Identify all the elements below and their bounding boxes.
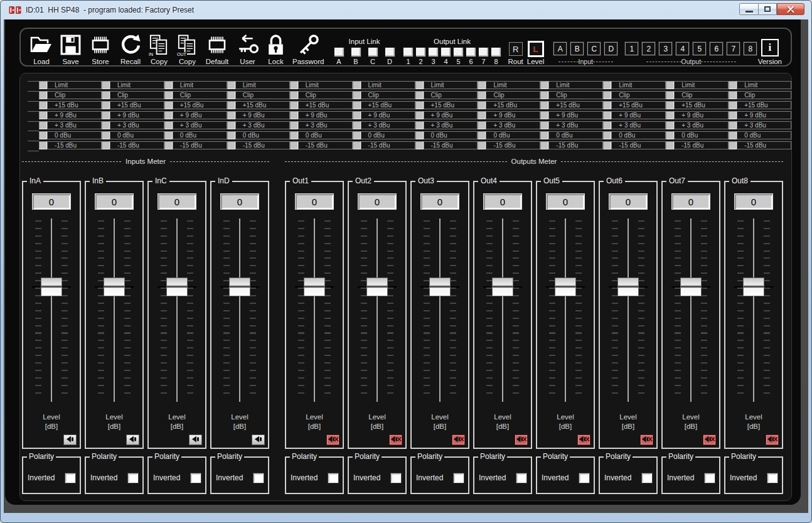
rout-button[interactable]: R [509,42,523,56]
input-select-button-b[interactable]: B [570,42,584,55]
recall-button[interactable]: Recall [119,30,142,65]
polarity-checkbox-out5[interactable] [579,473,589,483]
output-select-button-6[interactable]: 6 [710,42,723,55]
slider-handle[interactable] [555,278,576,296]
input-select-button-d[interactable]: D [604,42,617,55]
output-link-checkbox-8[interactable] [491,47,501,57]
level-slider-out5[interactable] [546,218,585,402]
level-slider-out3[interactable] [420,218,459,402]
output-select-button-3[interactable]: 3 [659,42,672,55]
level-slider-inb[interactable] [95,218,134,402]
mute-button-out4[interactable] [515,434,528,445]
output-link-checkbox-4[interactable] [441,47,451,57]
input-select-button-c[interactable]: C [587,42,601,55]
polarity-checkbox-out3[interactable] [454,473,464,483]
load-button[interactable]: Load [29,30,53,65]
level-button[interactable]: L [528,41,544,57]
level-slider-out1[interactable] [295,218,334,402]
level-slider-out4[interactable] [483,218,522,402]
default-button[interactable]: Default [205,30,230,65]
level-value-display-inc[interactable]: 0 [158,193,196,210]
output-link-checkbox-6[interactable] [466,47,476,57]
copy-in-button[interactable]: INCopy [148,30,170,65]
input-link-checkbox-a[interactable] [334,47,345,57]
level-value-display-ina[interactable]: 0 [32,193,71,210]
lock-button[interactable]: Lock [265,30,286,65]
level-slider-out6[interactable] [609,218,648,402]
mute-button-ina[interactable] [63,434,77,445]
level-slider-ind[interactable] [220,218,259,402]
mute-button-inb[interactable] [126,434,139,445]
slider-handle[interactable] [41,278,62,296]
polarity-checkbox-out4[interactable] [516,473,526,483]
output-link-checkbox-5[interactable] [453,47,464,57]
level-slider-out7[interactable] [671,218,710,402]
output-link-checkbox-2[interactable] [415,47,426,57]
close-button[interactable] [777,3,804,15]
output-link-checkbox-1[interactable] [403,47,414,57]
mute-button-inc[interactable] [189,434,202,445]
output-select-button-1[interactable]: 1 [625,42,638,55]
polarity-checkbox-inc[interactable] [191,473,201,483]
slider-handle[interactable] [166,278,188,296]
slider-handle[interactable] [743,278,764,296]
level-value-display-out3[interactable]: 0 [420,193,459,210]
slider-handle[interactable] [680,278,702,296]
polarity-checkbox-out6[interactable] [642,473,652,483]
slider-handle[interactable] [617,278,639,296]
input-select-button-a[interactable]: A [553,42,567,55]
polarity-checkbox-ina[interactable] [65,473,75,483]
level-slider-ina[interactable] [32,218,71,402]
output-select-button-2[interactable]: 2 [642,42,655,55]
minimize-button[interactable] [739,3,759,15]
level-value-display-out2[interactable]: 0 [358,193,397,210]
level-value-display-out6[interactable]: 0 [609,193,648,210]
copy-out-button[interactable]: OUTCopy [176,30,198,65]
level-value-display-out1[interactable]: 0 [295,193,334,210]
output-select-button-7[interactable]: 7 [727,42,740,55]
password-button[interactable]: Password [292,30,324,65]
level-value-display-out7[interactable]: 0 [671,193,710,210]
output-link-checkbox-7[interactable] [478,47,489,57]
output-select-button-4[interactable]: 4 [676,42,689,55]
slider-handle[interactable] [304,278,325,296]
slider-handle[interactable] [429,278,451,296]
store-button[interactable]: Store [88,30,113,65]
mute-button-out8[interactable] [766,434,779,445]
mute-button-out1[interactable] [326,434,339,445]
polarity-checkbox-out8[interactable] [767,473,777,483]
mute-button-out2[interactable] [389,434,402,445]
level-value-display-ind[interactable]: 0 [220,193,259,210]
mute-button-out5[interactable] [577,434,590,445]
input-link-checkbox-c[interactable] [368,47,378,57]
level-value-display-out5[interactable]: 0 [546,193,585,210]
info-icon[interactable]: i [761,39,779,57]
user-button[interactable]: User [236,30,259,65]
input-link-checkbox-d[interactable] [385,47,395,57]
level-value-display-inb[interactable]: 0 [95,193,134,210]
slider-handle[interactable] [104,278,125,296]
slider-handle[interactable] [366,278,388,296]
polarity-checkbox-out1[interactable] [328,473,338,483]
mute-button-ind[interactable] [252,434,265,445]
output-select-button-8[interactable]: 8 [744,42,757,55]
level-slider-out2[interactable] [358,218,397,402]
output-link-checkbox-3[interactable] [428,47,439,57]
input-link-checkbox-b[interactable] [351,47,361,57]
slider-handle[interactable] [492,278,513,296]
level-value-display-out8[interactable]: 0 [734,193,773,210]
level-value-display-out4[interactable]: 0 [483,193,522,210]
mute-button-out3[interactable] [452,434,465,445]
maximize-button[interactable] [759,3,777,15]
polarity-checkbox-out7[interactable] [705,473,715,483]
title-bar[interactable]: ID:01 HH SP48 - program loaded: Factory … [4,1,808,19]
polarity-checkbox-out2[interactable] [391,473,401,483]
save-button[interactable]: Save [60,30,82,65]
mute-button-out7[interactable] [703,434,716,445]
mute-button-out6[interactable] [640,434,653,445]
level-slider-inc[interactable] [158,218,196,402]
slider-handle[interactable] [229,278,250,296]
level-slider-out8[interactable] [734,218,773,402]
polarity-checkbox-ind[interactable] [254,473,264,483]
output-select-button-5[interactable]: 5 [693,42,706,55]
